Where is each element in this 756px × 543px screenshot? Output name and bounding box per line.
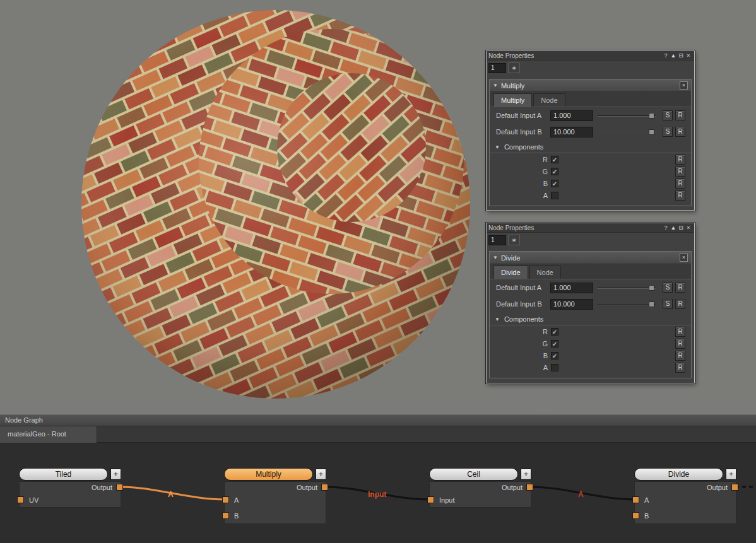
help-icon[interactable]: ?: [662, 225, 670, 231]
slider-handle[interactable]: [649, 301, 654, 307]
slider[interactable]: [598, 110, 656, 121]
output-port[interactable]: [321, 484, 328, 491]
checkbox-a[interactable]: [551, 364, 558, 371]
reset-button[interactable]: R: [675, 299, 685, 309]
slider-groove[interactable]: [598, 115, 656, 117]
reset-button[interactable]: R: [675, 190, 685, 201]
checkbox-b[interactable]: ✔: [551, 352, 558, 359]
input-port-a[interactable]: [632, 496, 639, 503]
components-header[interactable]: ▼ Components: [490, 313, 691, 325]
slider[interactable]: [598, 127, 656, 137]
close-icon[interactable]: ×: [680, 81, 688, 90]
value-input[interactable]: [550, 127, 593, 137]
slider-groove[interactable]: [598, 304, 656, 305]
node-section-header[interactable]: ▼ Divide ×: [490, 252, 691, 264]
node-header[interactable]: Divide: [634, 468, 723, 481]
checkbox-g[interactable]: ✔: [551, 340, 558, 347]
checkbox-r[interactable]: ✔: [551, 156, 558, 163]
node-body[interactable]: Output UV: [19, 481, 121, 508]
checkbox-a[interactable]: [551, 192, 558, 199]
reset-button[interactable]: R: [675, 155, 685, 165]
node-body[interactable]: Output A B: [224, 481, 326, 524]
pin-row: ∗: [487, 233, 694, 247]
value-input[interactable]: [550, 299, 593, 310]
help-icon[interactable]: ?: [662, 52, 670, 59]
collapse-arrow-icon[interactable]: ▼: [493, 255, 498, 260]
add-port-button[interactable]: +: [726, 469, 736, 480]
pin-count-input[interactable]: [488, 235, 506, 245]
collapse-arrow-icon[interactable]: ▼: [495, 317, 500, 322]
float-icon[interactable]: ⊟: [677, 225, 685, 231]
snap-button[interactable]: S: [663, 299, 673, 309]
input-port-uv[interactable]: [17, 496, 24, 503]
component-row-b: B ✔ R: [490, 349, 691, 361]
snap-button[interactable]: S: [663, 110, 673, 120]
reset-button[interactable]: R: [675, 110, 685, 120]
slider-handle[interactable]: [649, 129, 654, 135]
tab-node[interactable]: Node: [529, 266, 561, 279]
node-section: ▼ Multiply × Multiply Node Default Input…: [489, 79, 692, 206]
slider-groove[interactable]: [598, 288, 656, 289]
slider-handle[interactable]: [649, 285, 654, 291]
slider-handle[interactable]: [649, 113, 654, 119]
node-body[interactable]: Output A B: [634, 481, 736, 524]
node-header[interactable]: Ceil: [429, 468, 518, 481]
checkbox-r[interactable]: ✔: [551, 328, 558, 336]
input-port-b[interactable]: [632, 512, 639, 519]
panel-titlebar[interactable]: Node Properties ? ▲ ⊟ ×: [487, 51, 694, 61]
checkbox-g[interactable]: ✔: [551, 168, 558, 175]
slider-groove[interactable]: [598, 132, 656, 133]
close-icon[interactable]: ×: [685, 52, 692, 59]
add-port-button[interactable]: +: [110, 469, 121, 480]
node-section-header[interactable]: ▼ Multiply ×: [490, 79, 691, 92]
output-port[interactable]: [731, 484, 738, 491]
tab-divide[interactable]: Divide: [493, 266, 528, 279]
collapse-arrow-icon[interactable]: ▼: [495, 144, 500, 150]
components-title: Components: [504, 315, 543, 323]
slider[interactable]: [598, 299, 656, 310]
pin-count-input[interactable]: [488, 63, 506, 73]
reset-button[interactable]: R: [675, 127, 685, 137]
tab-materialgeo-root[interactable]: materialGeo - Root: [0, 426, 97, 443]
reset-button[interactable]: R: [675, 327, 685, 337]
reset-button[interactable]: R: [675, 363, 685, 373]
tab-multiply[interactable]: Multiply: [493, 93, 532, 107]
close-icon[interactable]: ×: [680, 254, 688, 262]
value-input[interactable]: [550, 283, 593, 293]
tab-node[interactable]: Node: [533, 93, 565, 107]
node-body[interactable]: Output Input: [429, 481, 531, 508]
checkbox-b[interactable]: ✔: [551, 180, 558, 187]
input-port-input[interactable]: [427, 496, 434, 503]
node-graph-titlebar[interactable]: Node Graph: [0, 414, 756, 426]
snap-button[interactable]: S: [663, 127, 673, 137]
node-header[interactable]: Multiply: [224, 468, 313, 481]
node-graph-canvas[interactable]: A Input A Tiled + Output UV Multiply + O…: [0, 443, 756, 543]
node-header[interactable]: Tiled: [19, 468, 108, 481]
collapse-icon[interactable]: ▲: [670, 52, 677, 59]
output-port[interactable]: [116, 484, 123, 491]
output-port[interactable]: [526, 484, 533, 491]
close-icon[interactable]: ×: [685, 225, 692, 231]
input-port-label: A: [644, 496, 649, 504]
collapse-icon[interactable]: ▲: [670, 225, 677, 231]
add-port-button[interactable]: +: [521, 469, 531, 480]
value-input[interactable]: [550, 110, 593, 121]
panel-titlebar[interactable]: Node Properties ? ▲ ⊟ ×: [487, 223, 694, 233]
node-section-title: Multiply: [501, 82, 680, 90]
input-port-b[interactable]: [222, 512, 229, 519]
add-port-button[interactable]: +: [316, 469, 326, 480]
reset-button[interactable]: R: [675, 339, 685, 349]
input-port-a[interactable]: [222, 496, 229, 503]
float-icon[interactable]: ⊟: [677, 52, 685, 59]
reset-button[interactable]: R: [675, 283, 685, 293]
pin-icon[interactable]: ∗: [508, 62, 520, 73]
reset-button[interactable]: R: [675, 351, 685, 361]
slider[interactable]: [598, 283, 656, 293]
collapse-arrow-icon[interactable]: ▼: [493, 83, 498, 88]
reset-button[interactable]: R: [675, 166, 685, 177]
pin-icon[interactable]: ∗: [508, 235, 520, 245]
splitter-handle[interactable]: ·······: [536, 408, 553, 414]
snap-button[interactable]: S: [663, 283, 673, 293]
reset-button[interactable]: R: [675, 178, 685, 189]
components-header[interactable]: ▼ Components: [490, 141, 691, 153]
